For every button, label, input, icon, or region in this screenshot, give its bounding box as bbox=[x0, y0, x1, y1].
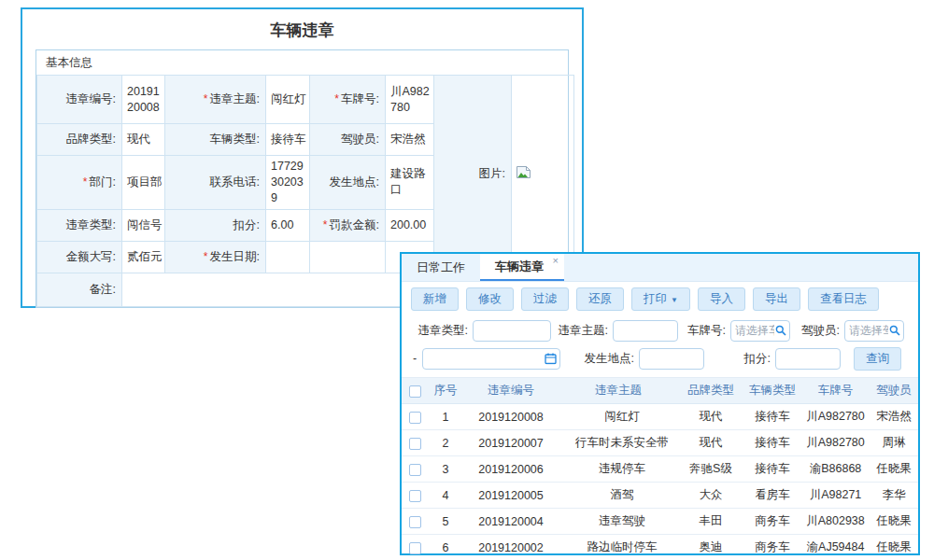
field-value: 贰佰元 bbox=[122, 241, 165, 273]
filter-area: 违章类型: 违章主题: 车牌号: 驾驶员: bbox=[402, 316, 918, 374]
field-value: 川A982780 bbox=[386, 76, 434, 124]
chevron-down-icon: ▼ bbox=[671, 296, 678, 304]
cell-driver: 宋浩然 bbox=[870, 404, 918, 430]
field-value: 闯信号 bbox=[122, 209, 165, 241]
tab-bar: 日常工作 车辆违章 × bbox=[402, 254, 918, 282]
col-plate: 车牌号 bbox=[801, 378, 870, 404]
field-label: 驾驶员: bbox=[310, 124, 386, 156]
print-button[interactable]: 打印▼ bbox=[631, 287, 690, 311]
row-checkbox[interactable] bbox=[409, 542, 421, 554]
cell-brand: 奔驰S级 bbox=[678, 456, 743, 483]
table-row: 4 2019120005 酒驾 大众 看房车 川A98271 李华 bbox=[402, 483, 918, 509]
cell-driver: 任晓果 bbox=[870, 535, 918, 560]
cell-vtype: 看房车 bbox=[743, 483, 801, 509]
cell-vtype: 接待车 bbox=[743, 430, 801, 456]
cell-plate: 川A982780 bbox=[801, 430, 870, 456]
form-title: 车辆违章 bbox=[22, 9, 582, 49]
field-value: 17729302039 bbox=[266, 156, 310, 210]
field-label: 违章编号: bbox=[37, 76, 122, 124]
field-label: 发生地点: bbox=[310, 156, 386, 210]
cell-vtype: 接待车 bbox=[743, 456, 801, 483]
violation-subject-label: 违章主题: bbox=[551, 323, 613, 339]
row-checkbox[interactable] bbox=[409, 438, 421, 450]
field-label: 联系电话: bbox=[165, 156, 266, 210]
filter-row-1: 违章类型: 违章主题: 车牌号: 驾驶员: bbox=[413, 316, 907, 344]
field-label: 金额大写: bbox=[37, 241, 122, 273]
row-checkbox[interactable] bbox=[409, 490, 421, 502]
tab-vehicle-violation[interactable]: 车辆违章 × bbox=[480, 254, 564, 281]
location-input[interactable] bbox=[639, 348, 704, 370]
view-log-button[interactable]: 查看日志 bbox=[808, 287, 879, 311]
cell-driver: 周琳 bbox=[870, 430, 918, 456]
import-button[interactable]: 导入 bbox=[698, 287, 745, 311]
photo-cell bbox=[512, 76, 574, 273]
occur-date-input[interactable] bbox=[422, 348, 560, 370]
row-checkbox[interactable] bbox=[409, 516, 421, 528]
select-all-checkbox[interactable] bbox=[409, 385, 421, 398]
table-row: 5 2019120004 违章驾驶 丰田 商务车 川A802938 任晓果 bbox=[402, 509, 918, 535]
violation-type-input[interactable] bbox=[473, 320, 551, 342]
cell-subject-link[interactable]: 酒驾 bbox=[559, 483, 678, 509]
tab-daily-work[interactable]: 日常工作 bbox=[402, 254, 480, 281]
col-subject: 违章主题 bbox=[559, 378, 678, 404]
cell-code-link[interactable]: 2019120006 bbox=[463, 456, 559, 483]
col-code: 违章编号 bbox=[463, 378, 559, 404]
photo-label: 图片: bbox=[434, 76, 512, 273]
cell-plate: 渝B86868 bbox=[801, 456, 870, 483]
cell-code-link[interactable]: 2019120005 bbox=[463, 483, 559, 509]
violation-subject-input[interactable] bbox=[613, 320, 678, 342]
cell-plate: 川A982780 bbox=[801, 404, 870, 430]
row-checkbox[interactable] bbox=[409, 412, 421, 424]
violation-type-label: 违章类型: bbox=[413, 323, 473, 339]
reset-button[interactable]: 还原 bbox=[576, 287, 624, 311]
cell-brand: 现代 bbox=[678, 430, 743, 456]
field-value: 建设路口 bbox=[386, 156, 434, 210]
empty-cell bbox=[310, 241, 386, 273]
export-button[interactable]: 导出 bbox=[753, 287, 800, 311]
cell-subject-link[interactable]: 闯红灯 bbox=[559, 404, 678, 430]
cell-brand: 现代 bbox=[678, 404, 743, 430]
cell-brand: 丰田 bbox=[678, 509, 743, 535]
add-button[interactable]: 新增 bbox=[411, 287, 459, 311]
search-icon[interactable] bbox=[775, 325, 786, 336]
cell-driver: 任晓果 bbox=[870, 509, 918, 535]
cell-no: 4 bbox=[428, 483, 463, 509]
field-label: 品牌类型: bbox=[37, 124, 122, 156]
field-label: 车辆类型: bbox=[165, 124, 266, 156]
col-brand: 品牌类型 bbox=[678, 378, 743, 404]
cell-plate: 川A98271 bbox=[801, 483, 870, 509]
field-value: 闯红灯 bbox=[266, 76, 310, 124]
cell-no: 5 bbox=[428, 509, 463, 535]
cell-subject-link[interactable]: 违规停车 bbox=[559, 456, 678, 483]
cell-driver: 李华 bbox=[870, 483, 918, 509]
field-value: 项目部 bbox=[122, 156, 165, 210]
cell-code-link[interactable]: 2019120008 bbox=[463, 404, 559, 430]
score-input[interactable] bbox=[775, 348, 841, 370]
field-value: 宋浩然 bbox=[386, 124, 434, 156]
cell-subject-link[interactable]: 行车时未系安全带 bbox=[559, 430, 678, 456]
calendar-icon[interactable] bbox=[545, 353, 557, 365]
filter-button[interactable]: 过滤 bbox=[521, 287, 569, 311]
cell-brand: 奥迪 bbox=[678, 535, 743, 560]
cell-subject-link[interactable]: 违章驾驶 bbox=[559, 509, 678, 535]
plate-number-label: 车牌号: bbox=[678, 323, 730, 339]
row-checkbox[interactable] bbox=[409, 464, 421, 476]
cell-code-link[interactable]: 2019120004 bbox=[463, 509, 559, 535]
date-range-dash: - bbox=[413, 352, 422, 365]
cell-code-link[interactable]: 2019120002 bbox=[463, 535, 559, 560]
violation-table: 序号 违章编号 违章主题 品牌类型 车辆类型 车牌号 驾驶员 1 2019120… bbox=[402, 377, 918, 560]
cell-plate: 渝AJ59484 bbox=[801, 535, 870, 560]
field-label: *违章主题: bbox=[165, 76, 266, 124]
cell-subject-link[interactable]: 路边临时停车 bbox=[559, 535, 678, 560]
edit-button[interactable]: 修改 bbox=[466, 287, 514, 311]
section-title: 基本信息 bbox=[36, 50, 568, 75]
close-icon[interactable]: × bbox=[553, 255, 559, 266]
search-icon[interactable] bbox=[889, 325, 900, 336]
cell-code-link[interactable]: 2019120007 bbox=[463, 430, 559, 456]
search-button[interactable]: 查询 bbox=[854, 347, 901, 371]
col-vtype: 车辆类型 bbox=[743, 378, 801, 404]
cell-no: 1 bbox=[428, 404, 463, 430]
cell-vtype: 接待车 bbox=[743, 404, 801, 430]
field-value: 现代 bbox=[122, 124, 165, 156]
table-row: 6 2019120002 路边临时停车 奥迪 商务车 渝AJ59484 任晓果 bbox=[402, 535, 918, 560]
